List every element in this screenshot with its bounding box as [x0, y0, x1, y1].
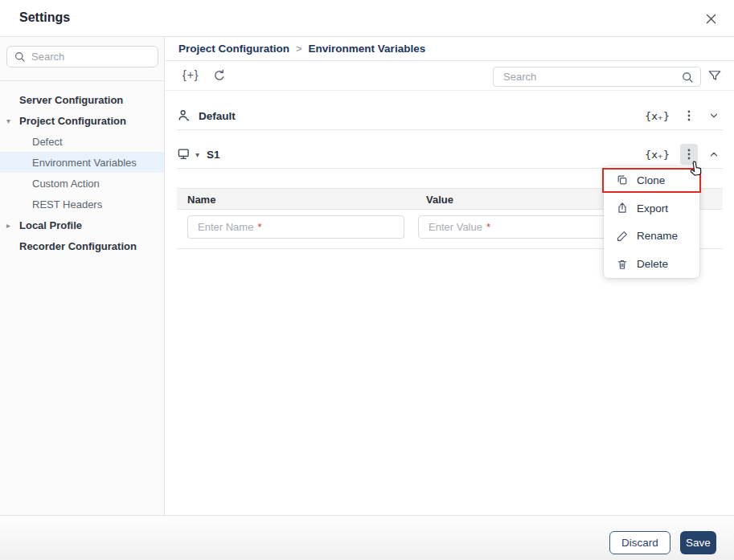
user-icon	[177, 108, 191, 123]
sidebar-divider	[0, 80, 165, 81]
name-placeholder: Enter Name	[198, 221, 253, 233]
sidebar-item-custom-action[interactable]: Custom Action	[0, 173, 164, 194]
caret-down-icon[interactable]: ▾	[195, 150, 199, 159]
menu-item-rename[interactable]: Rename	[604, 223, 699, 251]
sidebar-item-rest-headers[interactable]: REST Headers	[0, 194, 164, 215]
menu-item-clone[interactable]: Clone	[604, 166, 699, 194]
refresh-icon[interactable]	[212, 68, 227, 83]
column-header-name: Name	[187, 194, 215, 206]
toolbar: {+}	[166, 62, 734, 91]
sidebar-search-box[interactable]	[6, 46, 158, 67]
menu-item-label: Clone	[637, 174, 665, 186]
sidebar-item-local-profile[interactable]: ▸ Local Profile	[0, 215, 164, 235]
variables-search-input[interactable]	[503, 71, 676, 83]
discard-button[interactable]: Discard	[609, 531, 670, 554]
required-marker: *	[257, 221, 261, 233]
sidebar-item-label: Environment Variables	[32, 157, 137, 169]
caret-right-icon: ▸	[6, 221, 19, 230]
sidebar-item-project-configuration[interactable]: ▾ Project Configuration	[0, 110, 164, 131]
group-default-left: Default	[177, 108, 236, 123]
sidebar-item-recorder-configuration[interactable]: Recorder Configuration	[0, 235, 164, 256]
search-icon	[14, 51, 26, 63]
sidebar-item-environment-variables[interactable]: Environment Variables	[0, 152, 164, 173]
sidebar-item-label: REST Headers	[32, 198, 102, 211]
group-row-s1[interactable]: ▾ S1 {x₊}	[177, 141, 723, 169]
breadcrumb-project-configuration[interactable]: Project Configuration	[178, 43, 289, 55]
dialog-title: Settings	[19, 10, 70, 25]
add-variable-icon[interactable]: {+}	[182, 68, 199, 81]
trash-icon	[616, 258, 629, 271]
settings-dialog: Settings Server Configuration ▾ Project …	[0, 0, 734, 560]
group-s1-actions: {x₊}	[645, 144, 723, 165]
required-marker: *	[486, 221, 490, 233]
sidebar-item-label: Defect	[32, 136, 63, 148]
group-default-actions: {x₊}	[645, 105, 723, 126]
group-context-menu: Clone Export Rename	[604, 166, 699, 278]
menu-item-export[interactable]: Export	[604, 194, 699, 223]
menu-item-label: Export	[637, 202, 668, 215]
footer: Discard Save	[0, 515, 734, 560]
column-header-value: Value	[426, 194, 453, 206]
menu-item-label: Rename	[637, 230, 678, 242]
caret-down-icon: ▾	[6, 116, 19, 125]
sidebar-item-label: Server Configuration	[19, 94, 123, 106]
more-options-icon[interactable]	[680, 105, 698, 126]
breadcrumb: Project Configuration > Environment Vari…	[166, 37, 734, 61]
export-icon	[616, 202, 629, 215]
group-name: Default	[199, 110, 236, 122]
variables-icon[interactable]: {x₊}	[645, 149, 670, 161]
pencil-icon	[616, 230, 629, 243]
sidebar-item-label: Recorder Configuration	[19, 240, 137, 252]
titlebar: Settings	[0, 0, 734, 37]
variables-search-box[interactable]	[493, 67, 701, 87]
value-placeholder: Enter Value	[429, 221, 482, 233]
close-icon	[705, 13, 717, 25]
monitor-icon	[177, 147, 191, 161]
variables-icon[interactable]: {x₊}	[645, 110, 670, 122]
clone-icon	[616, 174, 629, 186]
sidebar-item-label: Local Profile	[19, 219, 82, 231]
filter-icon[interactable]	[707, 68, 722, 83]
search-icon	[681, 71, 694, 84]
breadcrumb-separator: >	[296, 43, 302, 55]
breadcrumb-environment-variables: Environment Variables	[309, 43, 426, 55]
save-button[interactable]: Save	[680, 531, 716, 554]
more-options-icon[interactable]	[680, 144, 698, 165]
sidebar-item-server-configuration[interactable]: Server Configuration	[0, 89, 164, 110]
name-input[interactable]: Enter Name *	[187, 215, 404, 239]
menu-item-delete[interactable]: Delete	[604, 250, 699, 278]
group-row-default[interactable]: Default {x₊}	[177, 102, 723, 130]
group-name: S1	[207, 149, 220, 161]
close-button[interactable]	[699, 7, 722, 30]
menu-item-label: Delete	[637, 258, 668, 270]
settings-nav: Server Configuration ▾ Project Configura…	[0, 89, 164, 256]
group-s1-left: ▾ S1	[177, 147, 220, 161]
sidebar-search-input[interactable]	[31, 51, 151, 63]
sidebar: Server Configuration ▾ Project Configura…	[0, 37, 165, 515]
sidebar-item-label: Project Configuration	[19, 115, 126, 127]
chevron-up-icon[interactable]	[708, 149, 720, 160]
sidebar-item-defect[interactable]: Defect	[0, 131, 164, 152]
chevron-down-icon[interactable]	[708, 110, 720, 121]
sidebar-item-label: Custom Action	[32, 178, 100, 190]
